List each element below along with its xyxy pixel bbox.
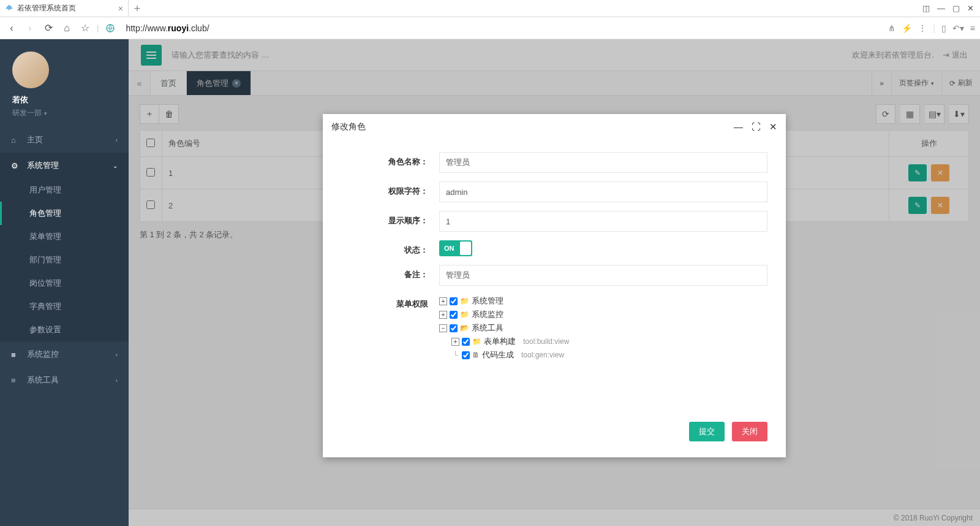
bolt-icon[interactable]: ⚡: [902, 23, 912, 33]
leaf-icon: [5, 4, 13, 13]
profile-name: 若依: [12, 94, 116, 105]
chevron-down-icon: ⌄: [113, 162, 118, 169]
address-bar[interactable]: http://www.ruoyi.club/: [122, 23, 883, 33]
home-icon: ⌂: [11, 135, 22, 145]
browser-tabstrip: 若依管理系统首页 × + ◫ — ▢ ✕: [0, 0, 980, 17]
browser-tab-title: 若依管理系统首页: [17, 3, 115, 13]
sidebar-sub-post[interactable]: 岗位管理: [0, 272, 129, 295]
chevron-left-icon: ‹: [116, 137, 118, 143]
sidebar-item-monitor[interactable]: ■ 系统监控 ‹: [0, 341, 129, 367]
label-status: 状态：: [341, 240, 439, 256]
tree-node-monitor[interactable]: + 📁 系统监控: [439, 308, 767, 321]
undo-icon[interactable]: ↶▾: [952, 23, 964, 33]
mobile-icon[interactable]: ▯: [941, 23, 946, 33]
site-icon: [104, 21, 117, 35]
sidebar-sub-config[interactable]: 参数设置: [0, 318, 129, 341]
tab-close-icon[interactable]: ×: [118, 4, 123, 13]
sidebar-sub-user[interactable]: 用户管理: [0, 178, 129, 202]
favorite-icon[interactable]: ☆: [78, 21, 92, 35]
perm-key-input[interactable]: [439, 181, 767, 202]
label-remark: 备注：: [341, 265, 439, 280]
collapse-icon[interactable]: −: [439, 324, 447, 332]
window-close-icon[interactable]: ✕: [967, 4, 974, 13]
profile-block: 若依 研发一部▾: [0, 39, 129, 127]
browser-toolbar: ‹ › ⟳ ⌂ ☆ | http://www.ruoyi.club/ ⋔ ⚡ ⋮…: [0, 17, 980, 39]
remark-input[interactable]: [439, 265, 767, 286]
sidebar-sub-menu[interactable]: 菜单管理: [0, 225, 129, 248]
sidebar-item-label: 主页: [27, 134, 43, 145]
window-minimize-icon[interactable]: —: [937, 4, 945, 13]
chevron-left-icon: ‹: [116, 351, 118, 358]
modal-title: 修改角色: [331, 121, 366, 132]
order-input[interactable]: [439, 211, 767, 232]
modal-overlay: 修改角色 — ⛶ ✕ 角色名称： 权限字符：: [129, 39, 980, 526]
sidebar-item-label: 系统管理: [27, 160, 59, 171]
label-role-name: 角色名称：: [341, 152, 439, 167]
share-icon[interactable]: ⋔: [888, 23, 895, 33]
sidebar-item-system[interactable]: ⚙ 系统管理 ⌄: [0, 153, 129, 178]
label-order: 显示顺序：: [341, 211, 439, 226]
main: 请输入您需要查找的内容 … 欢迎来到若依管理后台. ⇥ 退出 « 首页 角色管理…: [129, 39, 980, 526]
reload-icon[interactable]: ⟳: [42, 21, 55, 35]
label-perm-key: 权限字符：: [341, 181, 439, 197]
perm-tree: + 📁 系统管理 + 📁 系统监控: [439, 294, 767, 362]
tree-node-form-build[interactable]: + 📁 表单构建 tool:build:view: [451, 335, 767, 348]
close-button[interactable]: 关闭: [732, 422, 767, 441]
folder-icon: 📁: [472, 335, 481, 348]
tree-checkbox[interactable]: [450, 311, 458, 319]
label-menu-perm: 菜单权限: [341, 294, 439, 310]
folder-open-icon: 📂: [460, 321, 469, 335]
edit-role-modal: 修改角色 — ⛶ ✕ 角色名称： 权限字符：: [323, 114, 786, 457]
back-icon[interactable]: ‹: [5, 21, 18, 35]
browser-tab[interactable]: 若依管理系统首页 ×: [0, 0, 129, 17]
tree-branch-icon: └: [451, 348, 459, 362]
tree-checkbox[interactable]: [450, 297, 458, 305]
sidebar: 若依 研发一部▾ ⌂ 主页 ‹ ⚙ 系统管理 ⌄ 用户管理 角色管理 菜单管理 …: [0, 39, 129, 526]
file-icon: 🗎: [472, 348, 480, 362]
avatar[interactable]: [12, 51, 49, 88]
tree-node-tool[interactable]: − 📂 系统工具: [439, 321, 767, 335]
sidebar-item-tool[interactable]: ≡ 系统工具 ‹: [0, 367, 129, 393]
wardrobe-icon[interactable]: ◫: [922, 4, 930, 13]
sidebar-sub-dict[interactable]: 字典管理: [0, 295, 129, 318]
expand-icon[interactable]: +: [439, 311, 447, 319]
maximize-icon[interactable]: ⛶: [752, 121, 761, 132]
sidebar-item-home[interactable]: ⌂ 主页 ‹: [0, 127, 129, 153]
sidebar-sub-role[interactable]: 角色管理: [0, 202, 129, 225]
role-name-input[interactable]: [439, 152, 767, 173]
sidebar-submenu-system: 用户管理 角色管理 菜单管理 部门管理 岗位管理 字典管理 参数设置: [0, 178, 129, 341]
tree-checkbox[interactable]: [462, 351, 470, 359]
forward-icon[interactable]: ›: [23, 21, 37, 35]
new-tab-button[interactable]: +: [129, 1, 146, 17]
chevron-left-icon: ‹: [116, 377, 118, 384]
more-icon[interactable]: ⋮: [918, 23, 927, 33]
camera-icon: ■: [11, 350, 22, 359]
tree-checkbox[interactable]: [450, 324, 458, 332]
sidebar-item-label: 系统工具: [27, 375, 59, 386]
window-maximize-icon[interactable]: ▢: [952, 4, 960, 13]
menu-icon[interactable]: ≡: [970, 23, 975, 33]
folder-icon: 📁: [460, 294, 469, 308]
bars-icon: ≡: [11, 376, 22, 385]
expand-icon[interactable]: +: [451, 338, 459, 346]
sidebar-item-label: 系统监控: [27, 349, 59, 360]
folder-icon: 📁: [460, 308, 469, 321]
status-switch[interactable]: ON: [439, 240, 472, 256]
gear-icon: ⚙: [11, 161, 22, 170]
home-icon[interactable]: ⌂: [60, 21, 74, 35]
minimize-icon[interactable]: —: [734, 121, 743, 132]
submit-button[interactable]: 提交: [689, 422, 725, 441]
tree-node-system[interactable]: + 📁 系统管理: [439, 294, 767, 308]
tree-node-code-gen[interactable]: └ 🗎 代码生成 tool:gen:view: [451, 348, 767, 362]
profile-dept[interactable]: 研发一部▾: [12, 108, 47, 118]
sidebar-sub-dept[interactable]: 部门管理: [0, 248, 129, 272]
expand-icon[interactable]: +: [439, 297, 447, 305]
tree-checkbox[interactable]: [462, 338, 470, 346]
close-icon[interactable]: ✕: [769, 121, 777, 132]
